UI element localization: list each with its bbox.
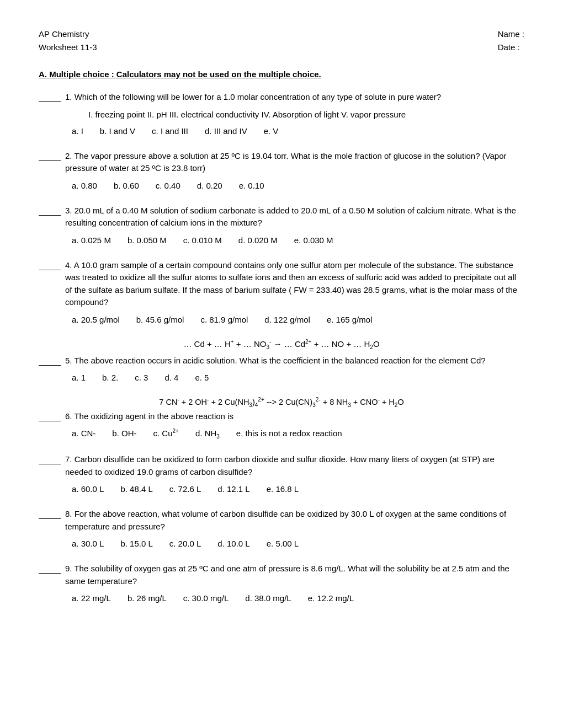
q8-text: 8. For the above reaction, what volume o… bbox=[65, 508, 524, 533]
worksheet-title: Worksheet 11-3 bbox=[39, 41, 97, 54]
q1-roman: I. freezing point II. pH III. electrical… bbox=[88, 108, 524, 121]
q2-text: 2. The vapor pressure above a solution a… bbox=[65, 150, 524, 175]
blank-2 bbox=[39, 151, 61, 161]
q6-choices: a. CN- b. OH- c. Cu2+ d. NH3 e. this is … bbox=[72, 427, 524, 441]
q6-choice-d: d. NH3 bbox=[195, 427, 220, 441]
section-title-bold: Calculators may not be used on the multi… bbox=[116, 69, 321, 79]
question-8: 8. For the above reaction, what volume o… bbox=[39, 508, 524, 550]
q9-choices: a. 22 mg/L b. 26 mg/L c. 30.0 mg/L d. 38… bbox=[72, 592, 524, 605]
section-title-plain: A. Multiple choice : bbox=[39, 69, 116, 79]
q1-text: 1. Which of the following will be lower … bbox=[65, 91, 524, 104]
question-7: 7. Carbon disulfide can be oxidized to f… bbox=[39, 453, 524, 496]
q7-text: 7. Carbon disulfide can be oxidized to f… bbox=[65, 453, 524, 478]
question-4: 4. A 10.0 gram sample of a certain compo… bbox=[39, 259, 524, 326]
section-title: A. Multiple choice : Calculators may not… bbox=[39, 69, 524, 79]
q5-equation: … Cd + … H+ + … NO3- → … Cd2+ + … NO + …… bbox=[39, 339, 524, 350]
q8-choices: a. 30.0 L b. 15.0 L c. 20.0 L d. 10.0 L … bbox=[72, 537, 524, 550]
q4-text: 4. A 10.0 gram sample of a certain compo… bbox=[65, 259, 524, 309]
blank-4 bbox=[39, 260, 61, 270]
q2-choices: a. 0.80 b. 0.60 c. 0.40 d. 0.20 e. 0.10 bbox=[72, 179, 524, 192]
blank-7 bbox=[39, 454, 61, 464]
question-5: 5. The above reaction occurs in acidic s… bbox=[39, 355, 524, 385]
q6-choice-a: a. CN- bbox=[72, 427, 95, 441]
question-9: 9. The solubility of oxygen gas at 25 ºC… bbox=[39, 563, 524, 605]
q6-choice-c: c. Cu2+ bbox=[153, 427, 179, 441]
blank-3 bbox=[39, 206, 61, 216]
q5-text: 5. The above reaction occurs in acidic s… bbox=[65, 355, 524, 367]
q6-choice-e: e. this is not a redox reaction bbox=[236, 427, 342, 441]
q7-choices: a. 60.0 L b. 48.4 L c. 72.6 L d. 12.1 L … bbox=[72, 483, 524, 496]
header-right: Name : Date : bbox=[498, 28, 524, 54]
header: AP Chemistry Worksheet 11-3 Name : Date … bbox=[39, 28, 524, 54]
question-6: 6. The oxidizing agent in the above reac… bbox=[39, 410, 524, 442]
blank-6 bbox=[39, 411, 61, 421]
q5-choices: a. 1 b. 2. c. 3 d. 4 e. 5 bbox=[72, 371, 524, 384]
question-2: 2. The vapor pressure above a solution a… bbox=[39, 150, 524, 192]
question-3: 3. 20.0 mL of a 0.40 M solution of sodiu… bbox=[39, 205, 524, 247]
name-field: Name : bbox=[498, 28, 524, 41]
blank-8 bbox=[39, 509, 61, 519]
header-left: AP Chemistry Worksheet 11-3 bbox=[39, 28, 97, 54]
blank-9 bbox=[39, 564, 61, 574]
q6-text: 6. The oxidizing agent in the above reac… bbox=[65, 410, 524, 423]
blank-5 bbox=[39, 356, 61, 366]
course-title: AP Chemistry bbox=[39, 28, 97, 41]
q6-choice-b: b. OH- bbox=[112, 427, 136, 441]
q4-choices: a. 20.5 g/mol b. 45.6 g/mol c. 81.9 g/mo… bbox=[72, 313, 524, 326]
q9-text: 9. The solubility of oxygen gas at 25 ºC… bbox=[65, 563, 524, 587]
q3-choices: a. 0.025 M b. 0.050 M c. 0.010 M d. 0.02… bbox=[72, 234, 524, 247]
q6-equation: 7 CN- + 2 OH- + 2 Cu(NH3)42+ --> 2 Cu(CN… bbox=[39, 397, 524, 408]
q1-choices: a. I b. I and V c. I and III d. III and … bbox=[72, 125, 524, 138]
q3-text: 3. 20.0 mL of a 0.40 M solution of sodiu… bbox=[65, 205, 524, 229]
blank-1 bbox=[39, 92, 61, 102]
date-field: Date : bbox=[498, 41, 524, 54]
question-1: 1. Which of the following will be lower … bbox=[39, 91, 524, 138]
